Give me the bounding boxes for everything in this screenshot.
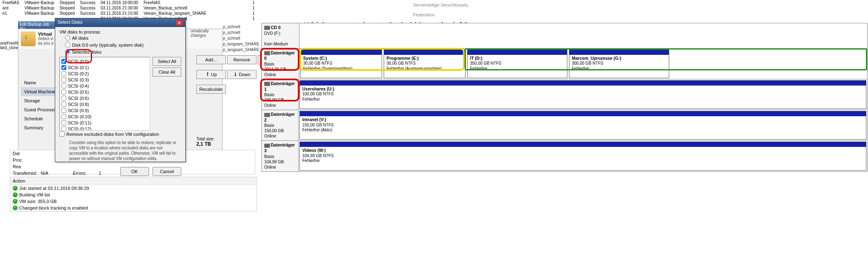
grid-cell: 1 [211, 11, 258, 16]
disk-item[interactable]: SCSI (0:11) [61, 119, 149, 126]
volume[interactable]: IT (D:)350,00 GB NTFSFehlerfrei [467, 50, 567, 78]
volume[interactable]: Marcom_Uprozesse (G:)300,00 GB NTFSFehle… [569, 50, 669, 78]
peek-item: p_schnell [223, 30, 259, 36]
select-disks-dialog: Select Disks ✕ VM disks to process: All … [55, 18, 186, 162]
action-header: Action [10, 177, 256, 185]
volume[interactable]: System (C:)30,00 GB NTFSFehlerfrei (Syst… [300, 50, 382, 78]
peek-item: p_schnell [223, 25, 259, 30]
peek-text: omatically changes [191, 29, 222, 38]
disk-item[interactable]: SCSI (0:8) [61, 101, 149, 107]
volume[interactable]: Videos (W:)104,99 GB NTFSFehlerfrei [299, 142, 866, 170]
grid-cell: VMware Backup [22, 11, 57, 16]
action-row: VM size: 355,0 GB [10, 198, 256, 205]
disk-list[interactable]: SCSI (0:0)SCSI (0:1)SCSI (0:2)SCSI (0:3)… [59, 57, 150, 131]
grid-cell: Veeam_Backup_schnell [141, 5, 211, 11]
grid-cell: e1 [0, 11, 22, 16]
up-button[interactable]: 🠕 Up [196, 70, 226, 79]
wizard-title: Virtual [38, 32, 54, 36]
cd-label[interactable]: CD 0DVD (F:)Kein Medium [262, 23, 299, 48]
grid-cell: 1 [211, 16, 258, 21]
disk-item[interactable]: SCSI (0:5) [61, 89, 149, 95]
disk-item[interactable]: SCSI (0:12) [61, 126, 149, 131]
peek-item: p_langsam_SHARE [223, 47, 259, 53]
edit-job-title: Edit Backup Job [Ba [18, 21, 55, 29]
disk-item[interactable]: SCSI (0:9) [61, 107, 149, 113]
grid-cell: Success [77, 11, 98, 16]
clear-all-button[interactable]: Clear All [153, 68, 181, 77]
vm-disks-label: VM disks to process: [59, 29, 181, 34]
grid-cell: 1 [211, 0, 258, 5]
grid-cell: Stopped [57, 11, 78, 16]
left-tree: oneFreeNAS lard_clone1 [0, 41, 18, 50]
disk-icon [264, 82, 270, 86]
action-row: Building VM list [10, 192, 256, 198]
recalculate-button[interactable]: Recalculate [196, 85, 226, 94]
wizard-sub: Select vias you a [38, 36, 54, 45]
tree-item[interactable]: oneFreeNAS [0, 41, 18, 45]
select-disks-title: Select Disks [58, 20, 83, 26]
right-top-l2[interactable]: Federation [413, 10, 495, 20]
radio-disk00[interactable]: Disk 0:0 only (typically, system disk) [59, 41, 181, 48]
down-button[interactable]: 🠗 Down [227, 70, 256, 79]
grid-cell: 04.11.2016 18:00:00 [98, 0, 141, 5]
ok-button[interactable]: OK [120, 167, 149, 176]
volume[interactable]: Intranet (V:)150,00 GB NTFSFehlerfrei (A… [299, 111, 866, 140]
volume[interactable]: Programme (E:)30,00 GB NTFSFehlerfrei (A… [384, 50, 465, 78]
disk-icon [264, 51, 270, 55]
grid-cell [22, 16, 57, 21]
right-top-links: Serverseitige Verschlüsselu Federation [413, 0, 495, 20]
tree-item[interactable]: lard_clone1 [0, 45, 18, 50]
disk-icon [264, 113, 270, 117]
remove-excluded-checkbox[interactable]: Remove excluded disks from VM configurat… [59, 131, 181, 138]
radio-selected[interactable]: Selected disks: [59, 48, 181, 55]
cancel-button[interactable]: Cancel [153, 167, 181, 176]
disk-item[interactable]: SCSI (0:1) [61, 64, 149, 70]
grid-cell: VMware Backup [22, 5, 57, 11]
disk-item[interactable]: SCSI (0:0) [61, 58, 149, 64]
disk-item[interactable]: SCSI (0:2) [61, 70, 149, 77]
grid-cell: Stopped [57, 0, 78, 5]
remove-note: Consider using this option to be able to… [59, 138, 181, 161]
disk-management: CD 0DVD (F:)Kein MediumDatenträger 0Basi… [261, 23, 868, 172]
radio-all-disks[interactable]: All disks [59, 34, 181, 41]
add-button[interactable]: Add... [196, 55, 226, 64]
ok-icon [13, 199, 18, 204]
disk-item[interactable]: SCSI (0:4) [61, 83, 149, 89]
remove-button[interactable]: Remove [227, 55, 256, 64]
grid-cell: Stopped [57, 5, 78, 11]
grid-cell: Veeam_Backup_langsam_SHARE [141, 11, 211, 16]
action-row: Job started at 03.11.2016 09:36:29 [10, 185, 256, 192]
disk-item[interactable]: SCSI (0:3) [61, 77, 149, 83]
select-all-button[interactable]: Select All [153, 57, 181, 66]
peek-item: p_schnell [223, 36, 259, 42]
peek-list: p_schnellp_schnellp_schnellp_langsam_SHA… [223, 25, 259, 53]
disk-label[interactable]: Datenträger 2Basis150,00 GBOnline [262, 110, 299, 140]
grid-cell: ard [0, 5, 22, 11]
wizard-icon [21, 32, 36, 46]
grid-cell: 03.11.2016 21:30:00 [98, 5, 141, 11]
disk-label[interactable]: Datenträger 3Basis104,99 GBOnline [262, 141, 299, 171]
grid-cell: Success [77, 0, 98, 5]
action-panel: Action Job started at 03.11.2016 09:36:2… [10, 177, 257, 212]
disk-item[interactable]: SCSI (0:6) [61, 95, 149, 101]
grid-cell: 1 [211, 5, 258, 11]
disk-label[interactable]: Datenträger 0Basis2044,99 GBOnline [262, 49, 299, 79]
disk-label[interactable]: Datenträger 1Basis100,00 GBOnline [262, 79, 299, 110]
grid-cell: Success [77, 5, 98, 11]
grid-cell [0, 16, 22, 21]
disk-icon [264, 144, 270, 148]
cd-icon [264, 26, 270, 30]
peek-item: p_langsam_SHARE [223, 42, 259, 47]
jobs-grid: FreeNASVMware BackupStoppedSuccess04.11.… [0, 0, 258, 18]
grid-cell: VMware Backup [22, 0, 57, 5]
volume[interactable]: Usershares (U:)100,00 GB NTFSFehlerfrei [299, 80, 866, 109]
ok-icon [13, 192, 18, 197]
grid-cell: FreeNAS [0, 0, 22, 5]
right-top-l1[interactable]: Serverseitige Verschlüsselu [413, 0, 495, 10]
ok-icon [13, 205, 18, 210]
disk-item[interactable]: SCSI (0:10) [61, 113, 149, 119]
action-row: Changed block tracking is enabled [10, 205, 256, 211]
close-icon[interactable]: ✕ [175, 20, 183, 26]
ok-icon [13, 186, 18, 191]
grid-cell: FreeNAS [141, 0, 211, 5]
